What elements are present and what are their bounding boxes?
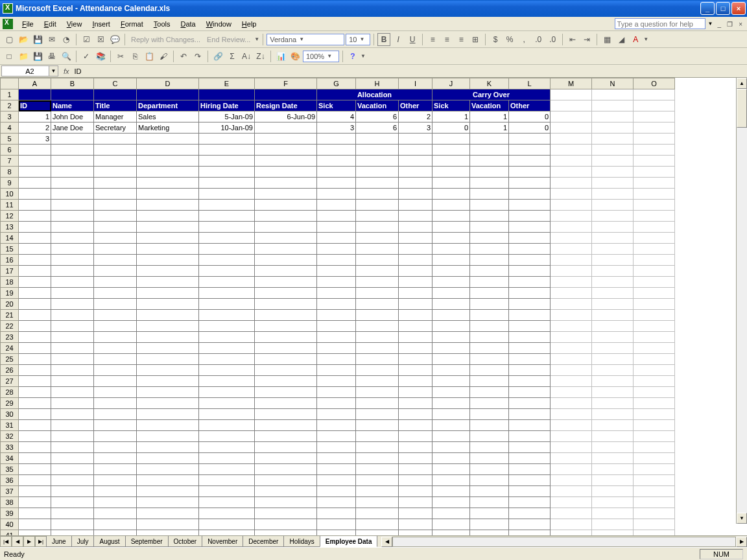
data-cell[interactable]: [137, 145, 199, 156]
data-cell[interactable]: [255, 376, 317, 387]
column-header[interactable]: B: [51, 78, 94, 89]
data-cell[interactable]: [470, 420, 509, 431]
data-cell[interactable]: [509, 277, 551, 288]
cell[interactable]: [634, 453, 675, 464]
cell[interactable]: [634, 244, 675, 255]
data-cell[interactable]: [356, 321, 399, 332]
data-cell[interactable]: [19, 365, 51, 376]
tab-nav-last-icon[interactable]: ▶|: [35, 536, 47, 547]
menu-format[interactable]: Format: [115, 19, 148, 29]
data-cell[interactable]: [433, 398, 470, 409]
data-cell[interactable]: [399, 178, 433, 189]
data-cell[interactable]: [199, 343, 255, 354]
cell[interactable]: [551, 255, 592, 266]
close-button[interactable]: ×: [731, 2, 746, 15]
data-cell[interactable]: [509, 321, 551, 332]
data-cell[interactable]: [199, 222, 255, 233]
data-cell[interactable]: [137, 200, 199, 211]
data-cell[interactable]: [399, 343, 433, 354]
data-cell[interactable]: [199, 266, 255, 277]
data-cell[interactable]: [19, 376, 51, 387]
data-cell[interactable]: [51, 299, 94, 310]
data-cell[interactable]: [399, 519, 433, 530]
data-cell[interactable]: [470, 145, 509, 156]
align-left-icon[interactable]: ≡: [426, 33, 439, 46]
cell[interactable]: [634, 332, 675, 343]
sheet-tab-july[interactable]: July: [71, 536, 95, 547]
data-cell[interactable]: [94, 189, 137, 200]
data-cell[interactable]: [470, 222, 509, 233]
data-cell[interactable]: [509, 519, 551, 530]
data-cell[interactable]: [433, 431, 470, 442]
data-cell[interactable]: [199, 332, 255, 343]
data-cell[interactable]: [399, 354, 433, 365]
hyperlink-icon[interactable]: 🔗: [211, 50, 224, 63]
data-cell[interactable]: 3: [317, 122, 356, 134]
data-cell[interactable]: [399, 464, 433, 475]
cell[interactable]: [592, 431, 634, 442]
header-cell[interactable]: Other: [509, 100, 551, 111]
header-allocation[interactable]: Allocation: [317, 89, 433, 100]
data-cell[interactable]: Sales: [137, 111, 199, 122]
cell[interactable]: [634, 321, 675, 332]
data-cell[interactable]: [356, 530, 399, 536]
data-cell[interactable]: [137, 420, 199, 431]
header-cell[interactable]: Resign Date: [255, 100, 317, 111]
column-header[interactable]: L: [509, 78, 551, 89]
row-header[interactable]: 37: [1, 486, 19, 497]
data-cell[interactable]: [509, 134, 551, 145]
data-cell[interactable]: [317, 343, 356, 354]
font-color-icon[interactable]: A: [629, 33, 642, 46]
data-cell[interactable]: [356, 156, 399, 167]
data-cell[interactable]: [509, 288, 551, 299]
excel-document-icon[interactable]: [3, 19, 13, 29]
data-cell[interactable]: [317, 200, 356, 211]
data-cell[interactable]: [470, 244, 509, 255]
header-cell[interactable]: Title: [94, 100, 137, 111]
cell[interactable]: [592, 200, 634, 211]
doc-close-button[interactable]: ×: [737, 21, 744, 28]
data-cell[interactable]: [19, 156, 51, 167]
data-cell[interactable]: [399, 475, 433, 486]
header-cell[interactable]: Sick: [433, 100, 470, 111]
data-cell[interactable]: [433, 387, 470, 398]
data-cell[interactable]: [255, 167, 317, 178]
data-cell[interactable]: [470, 431, 509, 442]
row-header[interactable]: 31: [1, 420, 19, 431]
data-cell[interactable]: [137, 156, 199, 167]
data-cell[interactable]: [470, 277, 509, 288]
data-cell[interactable]: [317, 211, 356, 222]
data-cell[interactable]: [470, 354, 509, 365]
cell[interactable]: [634, 222, 675, 233]
minimize-button[interactable]: _: [700, 2, 715, 15]
maximize-button[interactable]: □: [716, 2, 730, 15]
row-header[interactable]: 9: [1, 178, 19, 189]
menu-file[interactable]: File: [17, 19, 39, 29]
data-cell[interactable]: [19, 519, 51, 530]
data-cell[interactable]: [94, 365, 137, 376]
data-cell[interactable]: [470, 211, 509, 222]
header-cell[interactable]: Vacation: [470, 100, 509, 111]
cell[interactable]: [634, 266, 675, 277]
row-header[interactable]: 38: [1, 497, 19, 508]
data-cell[interactable]: [317, 255, 356, 266]
data-cell[interactable]: [51, 189, 94, 200]
data-cell[interactable]: [137, 332, 199, 343]
data-cell[interactable]: [509, 376, 551, 387]
data-cell[interactable]: [470, 387, 509, 398]
data-cell[interactable]: [19, 530, 51, 536]
data-cell[interactable]: [19, 442, 51, 453]
menu-edit[interactable]: Edit: [39, 19, 62, 29]
data-cell[interactable]: [509, 200, 551, 211]
data-cell[interactable]: [19, 409, 51, 420]
data-cell[interactable]: [51, 497, 94, 508]
data-cell[interactable]: [94, 387, 137, 398]
cell[interactable]: [592, 332, 634, 343]
data-cell[interactable]: [317, 376, 356, 387]
row-header[interactable]: 21: [1, 310, 19, 321]
drawing-icon[interactable]: 🎨: [289, 50, 302, 63]
data-cell[interactable]: [433, 409, 470, 420]
data-cell[interactable]: [255, 475, 317, 486]
data-cell[interactable]: [470, 310, 509, 321]
data-cell[interactable]: [317, 156, 356, 167]
